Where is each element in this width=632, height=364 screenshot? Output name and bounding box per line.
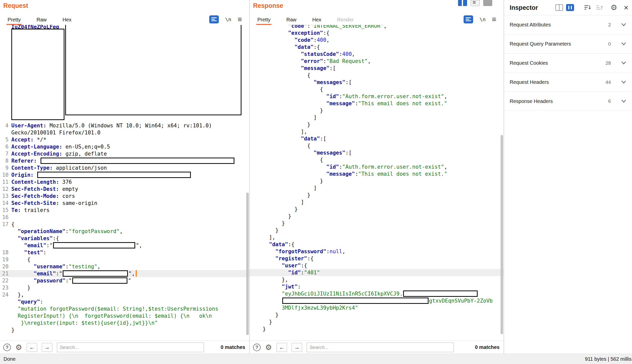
pretty-print-icon[interactable] bbox=[464, 15, 473, 23]
line-number bbox=[0, 66, 9, 73]
redaction-box bbox=[63, 270, 128, 277]
redaction-box bbox=[72, 277, 127, 284]
code-line: 8Referer: bbox=[0, 157, 249, 164]
line-number bbox=[0, 52, 9, 59]
code-line: 11Content-Length: 376 bbox=[0, 178, 249, 186]
show-newlines-button[interactable]: \n bbox=[479, 16, 485, 22]
inspector-section-request-headers[interactable]: Request Headers44 bbox=[504, 72, 631, 92]
inspector-close-icon[interactable]: × bbox=[624, 4, 628, 12]
code-line: } bbox=[250, 192, 504, 199]
line-number: 8 bbox=[0, 157, 9, 164]
code-line: 6Accept-Language: en-US,en;q=0.5 bbox=[0, 143, 249, 150]
response-scrollbar[interactable] bbox=[501, 135, 503, 334]
search-previous-button[interactable]: ← bbox=[27, 343, 37, 352]
code-line: RegisterInput!) {\n forgotPassword(email… bbox=[0, 312, 249, 319]
line-number bbox=[0, 242, 9, 249]
request-scrollbar[interactable] bbox=[246, 193, 249, 335]
code-line: "code":400, bbox=[250, 37, 504, 44]
code-line: "user":{ bbox=[250, 262, 504, 269]
code-line: "mutation forgotPassword($email: String!… bbox=[0, 305, 249, 312]
line-number bbox=[0, 59, 9, 66]
redaction-box bbox=[65, 25, 241, 115]
code-line: }, bbox=[250, 276, 504, 283]
code-line: } bbox=[250, 206, 504, 213]
code-line: "error":"Bad Request", bbox=[250, 58, 504, 65]
editor-menu-icon[interactable]: ≡ bbox=[237, 16, 242, 23]
response-editor[interactable]: "code":"INTERNAL_SERVER_ERROR", "excepti… bbox=[250, 25, 504, 341]
collapse-all-icon[interactable] bbox=[584, 4, 591, 11]
line-number bbox=[0, 326, 9, 334]
line-number: 12 bbox=[0, 186, 9, 193]
code-line: 19 { bbox=[0, 256, 249, 263]
redaction-box bbox=[53, 242, 135, 248]
code-line: { bbox=[250, 156, 504, 163]
line-number: 19 bbox=[0, 256, 9, 263]
gear-icon[interactable]: ⚙ bbox=[15, 344, 22, 351]
line-number: 23 bbox=[0, 284, 9, 291]
chevron-down-icon bbox=[621, 98, 626, 104]
line-number: 13 bbox=[0, 193, 9, 200]
tab-pretty[interactable]: Pretty bbox=[8, 14, 21, 25]
section-label: Request Headers bbox=[510, 79, 606, 85]
code-line: ], bbox=[250, 128, 504, 135]
request-tab-bar: PrettyRawHex bbox=[8, 14, 72, 25]
request-search-input[interactable] bbox=[57, 343, 204, 352]
tab-pretty[interactable]: Pretty bbox=[257, 14, 270, 25]
code-line: 10Origin: bbox=[0, 171, 249, 178]
inspector-settings-gear-icon[interactable]: ⚙ bbox=[610, 4, 617, 11]
expand-all-icon[interactable] bbox=[596, 4, 603, 11]
line-number bbox=[0, 319, 9, 326]
response-search-matches: 0 matches bbox=[475, 344, 500, 350]
line-number: 24 bbox=[0, 291, 9, 298]
line-number: 9 bbox=[0, 164, 9, 171]
code-line: "messages":[ bbox=[250, 149, 504, 156]
line-number bbox=[0, 305, 9, 312]
inspector-section-request-attributes[interactable]: Request Attributes2 bbox=[504, 15, 631, 34]
chevron-down-icon bbox=[621, 79, 626, 85]
code-line: 24 }, bbox=[0, 291, 249, 298]
inspector-section-response-headers[interactable]: Response Headers6 bbox=[504, 92, 631, 111]
request-editor[interactable]: IuZ04fNeZPoLFeqCGhxmOoQ8WXmtL44User-Agen… bbox=[0, 25, 249, 341]
code-line: "id":"Auth.form.error.user.not-exist", bbox=[250, 163, 504, 170]
line-number: 6 bbox=[0, 143, 9, 150]
inspector-sections: Request Attributes2Request Query Paramet… bbox=[504, 15, 631, 111]
search-previous-button[interactable]: ← bbox=[276, 343, 287, 352]
show-newlines-button[interactable]: \n bbox=[225, 16, 231, 22]
line-number bbox=[0, 108, 9, 115]
line-number: 11 bbox=[0, 178, 9, 186]
help-icon[interactable]: ? bbox=[3, 344, 11, 351]
line-number bbox=[0, 129, 9, 136]
inspector-layout-selected-icon[interactable] bbox=[566, 4, 574, 11]
code-line: "code":"INTERNAL_SERVER_ERROR", bbox=[250, 25, 504, 29]
tab-render[interactable]: Render bbox=[337, 14, 354, 25]
line-number: 20 bbox=[0, 263, 9, 270]
tab-hex[interactable]: Hex bbox=[62, 14, 72, 25]
code-line: "message":[ bbox=[250, 65, 504, 72]
inspector-section-request-query-parameters[interactable]: Request Query Parameters0 bbox=[504, 34, 631, 53]
search-next-button[interactable]: → bbox=[292, 343, 302, 352]
status-size-time-label: 911 bytes | 562 millis bbox=[585, 356, 631, 362]
code-line: "operationName":"forgotPassword", bbox=[0, 228, 249, 235]
editor-menu-icon[interactable]: ≡ bbox=[492, 16, 496, 23]
inspector-section-request-cookies[interactable]: Request Cookies28 bbox=[504, 53, 631, 72]
pretty-print-icon[interactable] bbox=[209, 15, 219, 23]
code-line: 21 "email":"", bbox=[0, 270, 249, 277]
tab-raw[interactable]: Raw bbox=[286, 14, 296, 25]
chevron-down-icon bbox=[621, 22, 626, 28]
tab-raw[interactable]: Raw bbox=[37, 14, 47, 25]
inspector-panel: Inspector ⚙ × Request Attributes2Request… bbox=[504, 0, 631, 354]
help-icon[interactable]: ? bbox=[253, 344, 261, 351]
response-panel-header: Response PrettyRawHexRender \n ≡ bbox=[250, 0, 504, 25]
status-done-label: Done bbox=[4, 356, 16, 362]
gear-icon[interactable]: ⚙ bbox=[265, 344, 272, 351]
tab-hex[interactable]: Hex bbox=[312, 14, 321, 25]
code-line: ] bbox=[250, 185, 504, 192]
code-line: 7Accept-Encoding: gzip, deflate bbox=[0, 150, 249, 157]
code-line: } bbox=[250, 325, 504, 333]
line-number: 17 bbox=[0, 221, 9, 228]
redaction-box bbox=[41, 158, 234, 164]
search-next-button[interactable]: → bbox=[42, 343, 52, 352]
code-line: 22 "password":"" bbox=[0, 277, 249, 284]
inspector-layout-outline-icon[interactable] bbox=[555, 4, 563, 11]
response-search-input[interactable] bbox=[307, 343, 454, 352]
